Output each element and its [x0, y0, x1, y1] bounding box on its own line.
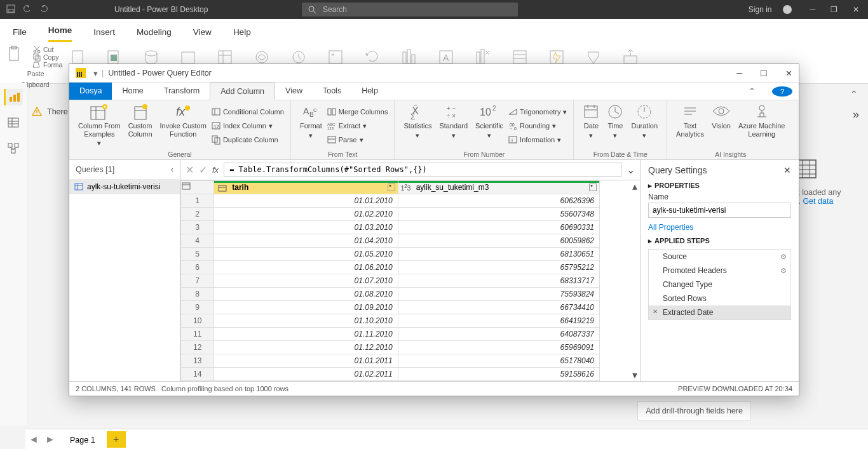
accept-formula-icon[interactable]: ✓	[199, 164, 207, 176]
save-icon[interactable]	[6, 4, 15, 15]
tab-insert[interactable]: Insert	[93, 27, 115, 42]
copy-button[interactable]: Copy	[33, 53, 62, 61]
global-search[interactable]: Search	[302, 3, 518, 17]
filter-icon[interactable]	[388, 184, 395, 191]
information-button[interactable]: iInformation ▾	[508, 133, 567, 146]
fx-icon[interactable]: fx	[212, 165, 219, 175]
text-analytics-button[interactable]: Text Analytics	[674, 103, 707, 149]
table-row[interactable]: 1201.12.201065969091	[181, 340, 600, 354]
column-header-tarih[interactable]: tarih	[214, 180, 398, 194]
qat-save-icon[interactable]: ▾	[93, 69, 98, 78]
tab-view[interactable]: View	[193, 27, 212, 42]
drill-through-well[interactable]: Add drill-through fields here	[637, 401, 751, 420]
azure-ml-button[interactable]: Azure Machine Learning	[736, 103, 787, 149]
table-row[interactable]: 901.09.201066734410	[181, 300, 600, 314]
pqe-tab-addcolumn[interactable]: Add Column	[210, 83, 275, 100]
pqe-tab-file[interactable]: Dosya	[69, 83, 112, 100]
applied-step[interactable]: Sorted Rows	[649, 292, 790, 305]
pqe-tab-view[interactable]: View	[275, 83, 313, 100]
data-view-icon[interactable]	[4, 114, 23, 131]
rounding-button[interactable]: .00→.0Rounding ▾	[508, 119, 567, 132]
sheet-next-icon[interactable]: ►	[42, 434, 58, 445]
standard-button[interactable]: + −÷ ×Standard▾	[437, 103, 470, 149]
tab-modeling[interactable]: Modeling	[137, 27, 172, 42]
query-name-input[interactable]	[648, 203, 791, 218]
grid-scrollbar[interactable]: ▴▾	[630, 180, 640, 381]
report-view-icon[interactable]	[4, 89, 23, 105]
table-row[interactable]: 101.01.201060626396	[181, 194, 600, 207]
duplicate-column-button[interactable]: Duplicate Column	[212, 133, 284, 146]
applied-step[interactable]: Promoted Headers⚙	[649, 264, 790, 278]
gear-icon[interactable]: ⚙	[780, 267, 787, 275]
table-row[interactable]: 1301.01.201165178040	[181, 354, 600, 367]
cut-button[interactable]: Cut	[33, 46, 62, 53]
pqe-tab-help[interactable]: Help	[351, 83, 388, 100]
column-from-examples-button[interactable]: Column From Examples▾	[76, 103, 123, 149]
invoke-custom-function-button[interactable]: fx Invoke Custom Function	[158, 103, 209, 149]
pqe-close-icon[interactable]: ✕	[785, 69, 792, 78]
collapse-ribbon-icon[interactable]: ⌃	[738, 83, 766, 100]
signin-link[interactable]: Sign in	[749, 5, 772, 14]
index-column-button[interactable]: 12Index Column ▾	[212, 119, 284, 132]
table-row[interactable]: 1001.10.201066419219	[181, 314, 600, 327]
close-settings-icon[interactable]: ✕	[783, 165, 791, 175]
add-sheet-button[interactable]: +	[107, 431, 126, 448]
close-icon[interactable]: ✕	[853, 5, 859, 14]
applied-steps-section[interactable]: ▸ APPLIED STEPS	[648, 237, 791, 245]
avatar-icon[interactable]	[783, 5, 792, 14]
query-item[interactable]: aylk-su-tuketimi-verisi	[69, 179, 180, 194]
table-row[interactable]: 201.02.201055607348	[181, 207, 600, 220]
gear-icon[interactable]: ⚙	[780, 253, 787, 261]
table-row[interactable]: 501.05.201068130651	[181, 247, 600, 260]
applied-step[interactable]: Source⚙	[649, 250, 790, 264]
get-data-link[interactable]: Get data	[803, 197, 833, 206]
collapse-queries-icon[interactable]: ‹	[171, 165, 173, 174]
format-button[interactable]: ABC Format▾	[297, 103, 325, 149]
table-row[interactable]: 401.04.201060059862	[181, 234, 600, 247]
pqe-minimize-icon[interactable]: ─	[736, 69, 742, 78]
paste-button[interactable]	[8, 46, 22, 62]
pqe-maximize-icon[interactable]: ☐	[760, 69, 768, 78]
table-row[interactable]: 601.06.201065795212	[181, 260, 600, 274]
maximize-icon[interactable]: ❐	[831, 5, 837, 14]
minimize-icon[interactable]: ─	[810, 5, 815, 14]
sheet-prev-icon[interactable]: ◄	[25, 434, 42, 445]
custom-column-button[interactable]: Custom Column	[126, 103, 155, 149]
undo-icon[interactable]	[23, 4, 32, 15]
pqe-tab-transform[interactable]: Transform	[154, 83, 210, 100]
vision-button[interactable]: Vision	[709, 103, 733, 149]
conditional-column-button[interactable]: Conditional Column	[212, 105, 284, 118]
cancel-formula-icon[interactable]: ✕	[186, 164, 194, 176]
formula-input[interactable]	[224, 163, 621, 177]
model-view-icon[interactable]	[4, 140, 23, 156]
collapse-ribbon-icon[interactable]: ⌃	[850, 89, 858, 99]
applied-step[interactable]: Extracted Date	[649, 305, 790, 319]
merge-columns-button[interactable]: Merge Columns	[327, 105, 388, 118]
table-row[interactable]: 1401.02.201159158616	[181, 367, 600, 380]
statistics-button[interactable]: X̄ΣStatistics▾	[401, 103, 434, 149]
trig-button[interactable]: Trigonometry ▾	[508, 105, 567, 118]
table-row[interactable]: 1101.11.201064087337	[181, 327, 600, 340]
help-icon[interactable]: ?	[772, 86, 792, 97]
applied-step[interactable]: Changed Type	[649, 278, 790, 292]
parse-button[interactable]: Parse ▾	[327, 133, 388, 146]
index-header[interactable]	[181, 180, 214, 194]
duration-button[interactable]: Duration▾	[628, 103, 660, 149]
pqe-tab-tools[interactable]: Tools	[313, 83, 351, 100]
pqe-tab-home[interactable]: Home	[112, 83, 153, 100]
expand-pane-icon[interactable]: »	[853, 108, 859, 121]
tab-home[interactable]: Home	[48, 25, 72, 42]
table-row[interactable]: 801.08.201075593824	[181, 287, 600, 300]
redo-icon[interactable]	[39, 4, 48, 15]
date-button[interactable]: Date▾	[580, 103, 602, 149]
extract-button[interactable]: ABC123Extract ▾	[327, 119, 388, 132]
sheet-tab-page1[interactable]: Page 1	[58, 430, 107, 449]
tab-help[interactable]: Help	[233, 27, 251, 42]
time-button[interactable]: Time▾	[604, 103, 626, 149]
all-properties-link[interactable]: All Properties	[648, 223, 693, 232]
properties-section[interactable]: ▸ PROPERTIES	[648, 182, 791, 190]
table-row[interactable]: 301.03.201060690331	[181, 220, 600, 234]
filter-icon[interactable]	[589, 184, 597, 191]
table-row[interactable]: 701.07.201068313717	[181, 274, 600, 287]
scientific-button[interactable]: 102Scientific▾	[473, 103, 506, 149]
